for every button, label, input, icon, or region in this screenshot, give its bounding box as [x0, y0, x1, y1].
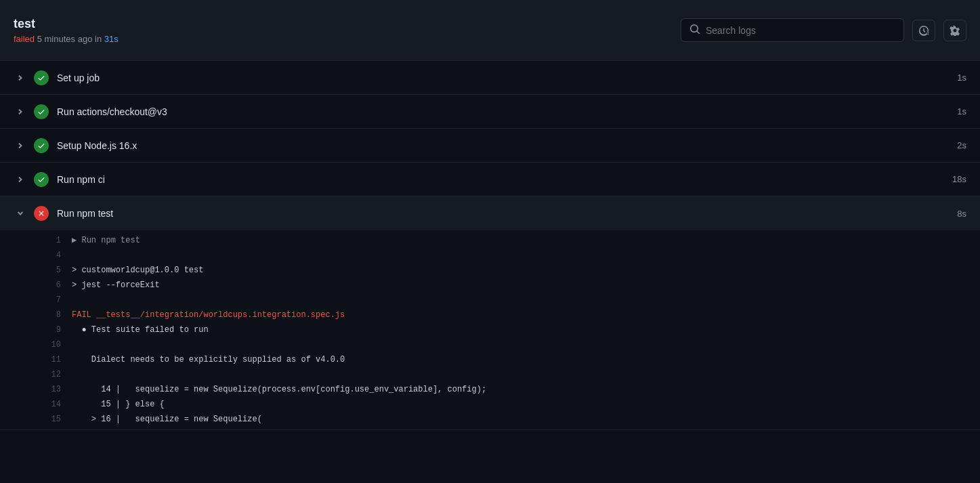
log-line: 1 ▶ Run npm test [0, 233, 980, 248]
step-duration: 1s [957, 72, 966, 83]
chevron-icon [14, 74, 27, 82]
log-output: 1 ▶ Run npm test 4 5 > customworldcup@1.… [0, 230, 980, 430]
step-status-icon [34, 172, 49, 187]
step-duration: 2s [957, 140, 966, 150]
log-line: 8 FAIL __tests__/integration/worldcups.i… [0, 308, 980, 322]
step-name: Run npm test [57, 208, 957, 219]
log-line: 10 [0, 337, 980, 352]
steps-container: Set up job 1s Run actions/checkout@v3 1s [0, 61, 980, 430]
header-right [681, 18, 966, 42]
step-row[interactable]: Run actions/checkout@v3 1s [0, 95, 980, 129]
job-title: test [14, 17, 119, 31]
header: test failed 5 minutes ago in 31s [0, 0, 980, 61]
log-line: 15 > 16 | sequelize = new Sequelize( [0, 412, 980, 427]
step-name: Set up job [57, 72, 957, 83]
line-number: 8 [41, 308, 61, 322]
line-number: 10 [41, 338, 61, 352]
line-number: 4 [41, 249, 61, 262]
status-failed-label: failed [14, 34, 35, 44]
step-duration: 8s [957, 209, 966, 219]
line-number: 7 [41, 293, 61, 307]
line-content: 14 | sequelize = new Sequelize(process.e… [72, 383, 486, 396]
log-line: 5 > customworldcup@1.0.0 test [0, 263, 980, 278]
search-box[interactable] [681, 18, 904, 42]
settings-icon [950, 25, 960, 36]
step-status-icon [34, 70, 49, 85]
log-line: 12 [0, 367, 980, 382]
line-content: > 16 | sequelize = new Sequelize( [72, 413, 262, 426]
line-content: ● Test suite failed to run [72, 323, 209, 337]
log-line: 13 14 | sequelize = new Sequelize(proces… [0, 382, 980, 397]
line-content: ▶ Run npm test [72, 234, 140, 247]
step-status-icon [34, 138, 49, 153]
log-line: 11 Dialect needs to be explicitly suppli… [0, 352, 980, 367]
step-row[interactable]: Setup Node.js 16.x 2s [0, 129, 980, 163]
line-content: > jest --forceExit [72, 278, 160, 292]
log-line: 7 [0, 293, 980, 308]
step-row[interactable]: Run npm ci 18s [0, 163, 980, 196]
step-row[interactable]: Set up job 1s [0, 61, 980, 95]
line-number: 15 [41, 413, 61, 426]
step-status-icon [34, 104, 49, 119]
line-content: Dialect needs to be explicitly supplied … [72, 353, 345, 366]
log-line: 6 > jest --forceExit [0, 278, 980, 293]
chevron-icon [14, 142, 27, 150]
refresh-icon [918, 25, 929, 36]
step-row-expanded[interactable]: Run npm test 8s [0, 196, 980, 230]
time-ago: 5 minutes ago [37, 34, 93, 44]
job-status: failed 5 minutes ago in 31s [14, 34, 119, 44]
line-number: 12 [41, 368, 61, 381]
line-number: 13 [41, 383, 61, 396]
chevron-icon [14, 175, 27, 184]
refresh-button[interactable] [912, 20, 935, 41]
line-content: > customworldcup@1.0.0 test [72, 264, 203, 277]
line-number: 6 [41, 278, 61, 292]
duration-prefix: in [95, 34, 102, 44]
line-number: 9 [41, 323, 61, 337]
duration-link[interactable]: 31s [104, 34, 119, 44]
log-line: 4 [0, 248, 980, 263]
chevron-icon [14, 209, 27, 217]
step-name: Run npm ci [57, 174, 952, 185]
step-name: Run actions/checkout@v3 [57, 106, 957, 117]
step-duration: 18s [952, 174, 966, 184]
search-input[interactable] [706, 25, 895, 36]
log-line: 9 ● Test suite failed to run [0, 322, 980, 337]
line-number: 1 [41, 234, 61, 247]
line-number: 14 [41, 398, 61, 411]
search-icon [689, 24, 700, 37]
line-number: 11 [41, 353, 61, 366]
header-left: test failed 5 minutes ago in 31s [14, 17, 119, 44]
line-content: 15 | } else { [72, 398, 165, 411]
log-line: 14 15 | } else { [0, 397, 980, 412]
step-duration: 1s [957, 106, 966, 117]
line-number: 5 [41, 264, 61, 277]
step-name: Setup Node.js 16.x [57, 140, 957, 151]
settings-button[interactable] [943, 20, 966, 41]
chevron-icon [14, 108, 27, 116]
step-status-icon [34, 206, 49, 221]
line-content: FAIL __tests__/integration/worldcups.int… [72, 308, 345, 322]
